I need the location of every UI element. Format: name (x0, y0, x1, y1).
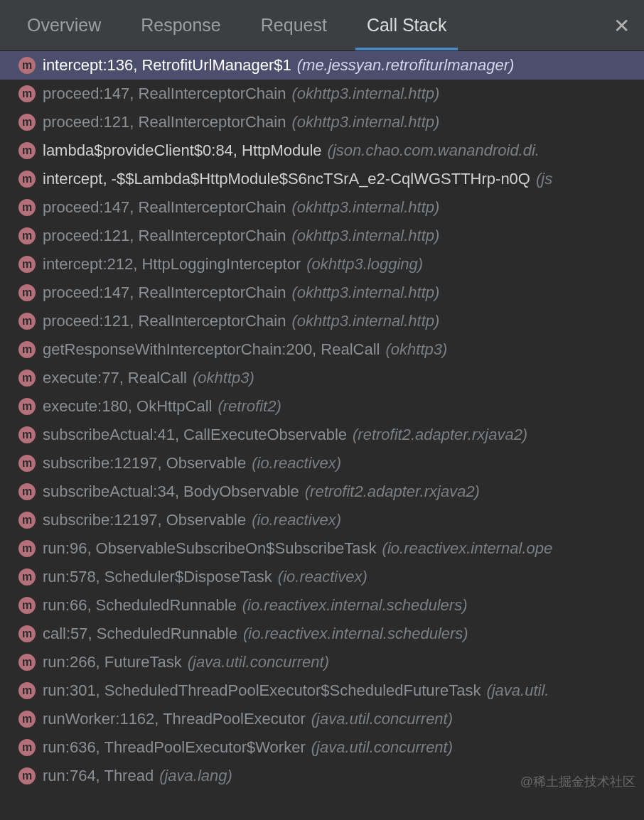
frame-method: intercept:136, RetrofitUrlManager$1 (43, 56, 291, 75)
frame-method: subscribe:12197, Observable (43, 511, 246, 529)
frame-method: proceed:121, RealInterceptorChain (43, 113, 286, 131)
frame-package: (java.lang) (159, 767, 232, 785)
frame-package: (java.util. (486, 681, 549, 700)
frame-package: (okhttp3.internal.http) (291, 227, 439, 245)
stack-frame[interactable]: mintercept:212, HttpLoggingInterceptor(o… (0, 250, 644, 279)
method-icon: m (18, 313, 36, 330)
stack-frame[interactable]: mproceed:121, RealInterceptorChain(okhtt… (0, 222, 644, 250)
method-icon: m (18, 426, 36, 443)
watermark-text: @稀土掘金技术社区 (520, 773, 635, 790)
frame-method: run:764, Thread (43, 767, 154, 785)
frame-package: (okhttp3.internal.http) (291, 284, 439, 302)
stack-frame[interactable]: msubscribeActual:41, CallExecuteObservab… (0, 421, 644, 449)
stack-frame[interactable]: mrun:301, ScheduledThreadPoolExecutor$Sc… (0, 676, 644, 705)
frame-package: (io.reactivex.internal.schedulers) (242, 596, 468, 615)
method-icon: m (18, 767, 36, 784)
stack-frame[interactable]: mexecute:180, OkHttpCall(retrofit2) (0, 392, 644, 421)
stack-frame[interactable]: mintercept:136, RetrofitUrlManager$1(me.… (0, 51, 644, 80)
tab-overview[interactable]: Overview (7, 0, 121, 50)
stack-frame[interactable]: mproceed:121, RealInterceptorChain(okhtt… (0, 307, 644, 335)
stack-frame[interactable]: mproceed:147, RealInterceptorChain(okhtt… (0, 193, 644, 222)
frame-package: (java.util.concurrent) (188, 653, 329, 671)
frame-package: (retrofit2.adapter.rxjava2) (305, 482, 480, 501)
frame-method: call:57, ScheduledRunnable (43, 625, 237, 643)
frame-method: proceed:147, RealInterceptorChain (43, 198, 286, 217)
stack-frame[interactable]: mrunWorker:1162, ThreadPoolExecutor(java… (0, 705, 644, 733)
frame-package: (js (536, 170, 552, 188)
frame-package: (retrofit2.adapter.rxjava2) (353, 426, 527, 444)
stack-frame[interactable]: mgetResponseWithInterceptorChain:200, Re… (0, 335, 644, 364)
method-icon: m (18, 369, 36, 387)
close-icon[interactable]: ✕ (613, 14, 630, 37)
stack-frame[interactable]: mcall:57, ScheduledRunnable(io.reactivex… (0, 620, 644, 648)
tab-request[interactable]: Request (241, 0, 347, 50)
frame-method: run:636, ThreadPoolExecutor$Worker (43, 738, 306, 757)
frame-method: execute:180, OkHttpCall (43, 397, 212, 416)
frame-package: (okhttp3) (193, 369, 254, 387)
method-icon: m (18, 284, 36, 301)
method-icon: m (18, 341, 36, 358)
frame-method: proceed:121, RealInterceptorChain (43, 227, 286, 245)
frame-package: (me.jessyan.retrofiturlmanager) (297, 56, 515, 75)
tab-response[interactable]: Response (121, 0, 241, 50)
method-icon: m (18, 739, 36, 756)
stack-frame[interactable]: mintercept, -$$Lambda$HttpModule$S6ncTSr… (0, 165, 644, 193)
frame-method: proceed:147, RealInterceptorChain (43, 85, 286, 103)
frame-method: intercept, -$$Lambda$HttpModule$S6ncTSrA… (43, 170, 530, 188)
frame-method: lambda$provideClient$0:84, HttpModule (43, 141, 322, 160)
frame-method: run:96, ObservableSubscribeOn$SubscribeT… (43, 539, 377, 558)
method-icon: m (18, 142, 36, 159)
method-icon: m (18, 199, 36, 216)
method-icon: m (18, 654, 36, 671)
frame-package: (okhttp3.internal.http) (291, 113, 439, 131)
method-icon: m (18, 568, 36, 586)
frame-package: (okhttp3.logging) (306, 255, 423, 274)
frame-method: proceed:121, RealInterceptorChain (43, 312, 286, 330)
frame-method: run:66, ScheduledRunnable (43, 596, 237, 615)
method-icon: m (18, 483, 36, 500)
frame-method: proceed:147, RealInterceptorChain (43, 284, 286, 302)
stack-frame[interactable]: mexecute:77, RealCall(okhttp3) (0, 364, 644, 392)
method-icon: m (18, 57, 36, 74)
stack-frame[interactable]: mproceed:147, RealInterceptorChain(okhtt… (0, 80, 644, 108)
frame-package: (java.util.concurrent) (311, 710, 453, 728)
frame-method: run:266, FutureTask (43, 653, 182, 671)
method-icon: m (18, 171, 36, 188)
frame-method: run:578, Scheduler$DisposeTask (43, 568, 272, 586)
stack-frame[interactable]: mrun:636, ThreadPoolExecutor$Worker(java… (0, 733, 644, 762)
frame-method: subscribeActual:41, CallExecuteObservabl… (43, 426, 347, 444)
method-icon: m (18, 455, 36, 472)
tab-callstack[interactable]: Call Stack (347, 0, 467, 50)
frame-package: (okhttp3.internal.http) (291, 85, 439, 103)
frame-method: subscribeActual:34, BodyObservable (43, 482, 299, 501)
frame-package: (okhttp3) (385, 340, 447, 359)
frame-package: (okhttp3.internal.http) (291, 198, 439, 217)
stack-frame[interactable]: mrun:578, Scheduler$DisposeTask(io.react… (0, 563, 644, 591)
frame-package: (retrofit2) (218, 397, 281, 416)
stack-frame[interactable]: msubscribe:12197, Observable(io.reactive… (0, 506, 644, 534)
stack-frame[interactable]: msubscribe:12197, Observable(io.reactive… (0, 449, 644, 478)
frame-package: (okhttp3.internal.http) (291, 312, 439, 330)
frame-package: (io.reactivex.internal.ope (382, 539, 553, 558)
frame-method: run:301, ScheduledThreadPoolExecutor$Sch… (43, 681, 481, 700)
frame-method: intercept:212, HttpLoggingInterceptor (43, 255, 301, 274)
method-icon: m (18, 512, 36, 529)
tab-bar: Overview Response Request Call Stack ✕ (0, 0, 644, 51)
method-icon: m (18, 540, 36, 557)
stack-frame[interactable]: mrun:66, ScheduledRunnable(io.reactivex.… (0, 591, 644, 620)
frame-method: execute:77, RealCall (43, 369, 187, 387)
stack-frame[interactable]: mrun:96, ObservableSubscribeOn$Subscribe… (0, 534, 644, 563)
call-stack-list: mintercept:136, RetrofitUrlManager$1(me.… (0, 51, 644, 790)
stack-frame[interactable]: msubscribeActual:34, BodyObservable(retr… (0, 478, 644, 506)
method-icon: m (18, 682, 36, 699)
stack-frame[interactable]: mrun:266, FutureTask(java.util.concurren… (0, 648, 644, 676)
stack-frame[interactable]: mlambda$provideClient$0:84, HttpModule(j… (0, 136, 644, 165)
method-icon: m (18, 597, 36, 614)
method-icon: m (18, 398, 36, 415)
method-icon: m (18, 711, 36, 728)
stack-frame[interactable]: mproceed:121, RealInterceptorChain(okhtt… (0, 108, 644, 136)
stack-frame[interactable]: mproceed:147, RealInterceptorChain(okhtt… (0, 279, 644, 307)
frame-package: (io.reactivex.internal.schedulers) (243, 625, 468, 643)
frame-method: runWorker:1162, ThreadPoolExecutor (43, 710, 306, 728)
frame-method: getResponseWithInterceptorChain:200, Rea… (43, 340, 380, 359)
